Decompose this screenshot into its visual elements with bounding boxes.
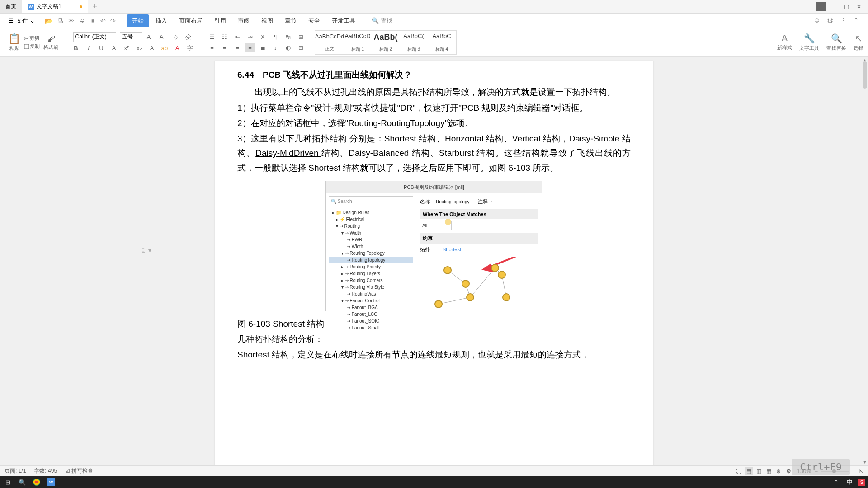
menubar-right: ☺ ⚙ ⋮ ⌃ <box>813 16 863 25</box>
taskbar-search-icon[interactable]: 🔍 <box>17 477 27 487</box>
redo-icon[interactable]: ↷ <box>110 17 116 24</box>
font-size-select[interactable] <box>120 32 142 42</box>
close-button[interactable]: ✕ <box>854 2 863 11</box>
font-color-button[interactable]: A <box>173 44 182 53</box>
open-icon[interactable]: 📂 <box>45 17 52 24</box>
taskbar-wps[interactable]: W <box>46 477 56 487</box>
tab-chapter[interactable]: 章节 <box>279 14 302 27</box>
indent-dec-button[interactable]: ⇤ <box>233 33 242 42</box>
decrease-font-icon[interactable]: A⁻ <box>159 33 168 42</box>
increase-font-icon[interactable]: A⁺ <box>146 33 155 42</box>
word-count[interactable]: 字数: 495 <box>34 467 57 475</box>
strike-button[interactable]: A <box>109 44 118 53</box>
tab-review[interactable]: 审阅 <box>232 14 255 27</box>
subscript-button[interactable]: x₂ <box>135 44 144 53</box>
view-outline-icon[interactable]: ▥ <box>755 467 763 475</box>
sogou-ime-icon[interactable]: S <box>858 479 865 486</box>
settings-icon[interactable]: ⚙ <box>827 16 833 25</box>
maximize-button[interactable]: ▢ <box>842 2 851 11</box>
collapse-ribbon-icon[interactable]: ⌃ <box>853 16 859 25</box>
bold-button[interactable]: B <box>71 44 80 53</box>
tab-start[interactable]: 开始 <box>127 14 149 27</box>
find-replace-button[interactable]: 🔍查找替换 <box>826 33 846 52</box>
ime-indicator[interactable]: 中 <box>844 477 854 487</box>
underline-button[interactable]: U <box>97 44 106 53</box>
figure-tree-panel: 🔍 Search ▸ 📁 Design Rules ▸ ⚡ Electrical… <box>326 193 416 311</box>
style-h1[interactable]: AaBbCcD标题 1 <box>344 32 371 53</box>
page-indicator[interactable]: 页面: 1/1 <box>5 467 26 475</box>
tab-devtools[interactable]: 开发工具 <box>326 14 361 27</box>
tab-home[interactable]: 首页 <box>0 0 22 13</box>
more-icon[interactable]: ⋮ <box>840 16 847 25</box>
show-marks-button[interactable]: ¶ <box>271 33 280 42</box>
view-globe-icon[interactable]: ⊕ <box>774 467 783 475</box>
indent-inc-button[interactable]: ⇥ <box>245 33 255 42</box>
bullets-button[interactable]: ☰ <box>208 33 217 42</box>
font-name-select[interactable] <box>73 32 116 42</box>
tab-security[interactable]: 安全 <box>303 14 326 27</box>
scroll-down-icon[interactable]: ▼ <box>862 459 868 465</box>
print-icon[interactable]: 🖨 <box>79 17 85 24</box>
tab-reference[interactable]: 引用 <box>209 14 231 27</box>
phonetic-icon[interactable]: 变 <box>184 33 193 42</box>
clear-format-icon[interactable]: ◇ <box>171 33 180 42</box>
tab-symbol-button[interactable]: ↹ <box>283 33 292 42</box>
search-box[interactable]: 🔍 查找 <box>372 17 392 25</box>
text-effect-button[interactable]: A <box>147 44 156 53</box>
tab-view[interactable]: 视图 <box>256 14 278 27</box>
print-preview-icon[interactable]: 👁 <box>68 17 74 24</box>
styles-gallery[interactable]: AaBbCcDd正文 AaBbCcD标题 1 AaBb(标题 2 AaBbC(标… <box>315 30 457 55</box>
insert-side-button[interactable]: 🗎▾ <box>140 247 151 254</box>
tab-layout[interactable]: 页面布局 <box>174 14 208 27</box>
style-normal[interactable]: AaBbCcDd正文 <box>316 32 343 53</box>
feedback-icon[interactable]: ☺ <box>813 16 821 25</box>
numbering-button[interactable]: ☷ <box>220 33 229 42</box>
file-menu[interactable]: 文件 ⌄ <box>5 15 38 27</box>
distribute-button[interactable]: ≣ <box>258 43 267 52</box>
undo-icon[interactable]: ↶ <box>100 17 106 24</box>
select-button[interactable]: ↖选择 <box>854 33 863 52</box>
style-h3[interactable]: AaBbC(标题 3 <box>400 32 427 53</box>
char-border-button[interactable]: 字 <box>185 44 194 53</box>
save-icon[interactable]: 🖶 <box>57 17 63 24</box>
view-fullscreen-icon[interactable]: ⛶ <box>735 467 743 475</box>
borders-button[interactable]: ⊡ <box>296 43 305 52</box>
border-button[interactable]: ⊞ <box>296 33 305 42</box>
minimize-button[interactable]: — <box>829 2 838 11</box>
align-left-button[interactable]: ≡ <box>208 43 217 52</box>
tray-chevron-icon[interactable]: ⌃ <box>831 477 841 487</box>
style-h2[interactable]: AaBb(标题 2 <box>372 32 399 53</box>
shading-button[interactable]: ◐ <box>283 43 292 52</box>
document-area[interactable]: 🗎▾ 6.44 PCB 飞线不从过孔里面出线如何解决？ 出现以上的飞线不从过孔出… <box>0 57 868 465</box>
zoom-in-button[interactable]: + <box>852 468 855 474</box>
paste-icon[interactable]: 📋 <box>8 33 20 45</box>
italic-button[interactable]: I <box>84 44 93 53</box>
taskbar-chrome[interactable] <box>32 477 42 487</box>
sort-button[interactable]: X <box>258 33 267 42</box>
notification-badge[interactable]: 1 <box>816 2 826 11</box>
tab-insert[interactable]: 插入 <box>150 14 173 27</box>
vertical-scrollbar[interactable]: ▲ ▼ <box>862 57 868 465</box>
spell-check[interactable]: ☑ 拼写检查 <box>65 467 93 475</box>
style-h4[interactable]: AaBbC标题 4 <box>428 32 455 53</box>
start-button[interactable]: ⊞ <box>3 477 13 487</box>
tab-document[interactable]: W 文字文稿1 <box>22 0 88 13</box>
format-painter-icon[interactable]: 🖌 <box>47 34 55 44</box>
copy-button[interactable]: ❐ 复制 <box>24 43 40 50</box>
export-icon[interactable]: 🗎 <box>90 17 96 24</box>
highlight-button[interactable]: ab <box>160 44 169 53</box>
superscript-button[interactable]: x² <box>122 44 131 53</box>
line-spacing-button[interactable]: ↕ <box>271 43 280 52</box>
scroll-thumb[interactable] <box>863 61 867 89</box>
align-right-button[interactable]: ≡ <box>233 43 242 52</box>
document-page[interactable]: 6.44 PCB 飞线不从过孔里面出线如何解决？ 出现以上的飞线不从过孔出线的原… <box>215 61 653 465</box>
view-page-icon[interactable]: ▤ <box>745 467 753 475</box>
new-tab-button[interactable]: + <box>88 2 102 11</box>
view-web-icon[interactable]: ▦ <box>764 467 773 475</box>
align-center-button[interactable]: ≡ <box>220 43 229 52</box>
align-justify-button[interactable]: ≡ <box>245 43 255 52</box>
new-style-button[interactable]: A新样式 <box>777 33 792 52</box>
cut-button[interactable]: ✂ 剪切 <box>24 35 40 42</box>
text-tools-button[interactable]: 🔧文字工具 <box>799 33 819 52</box>
fit-width-icon[interactable]: ⇱ <box>859 468 863 474</box>
